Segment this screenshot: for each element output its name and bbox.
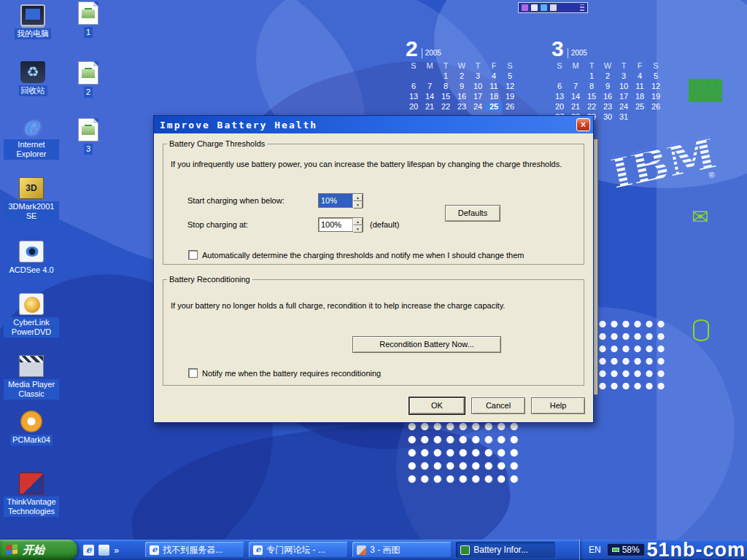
task-button-server-not-found[interactable]: e 找不到服务器...: [145, 542, 244, 558]
calendar-day: 18: [632, 92, 648, 101]
icon-label: Internet Explorer: [4, 139, 59, 160]
calendar-day: 24: [470, 102, 486, 112]
calendar-day: 1: [584, 71, 600, 81]
spin-down-icon[interactable]: ▼: [353, 201, 363, 209]
desktop-icon-jpg-2[interactable]: 2: [60, 61, 117, 98]
stop-threshold-spinner[interactable]: ▲ ▼: [352, 218, 363, 231]
start-charging-label: Start charging when below:: [187, 196, 285, 205]
help-button[interactable]: Help: [531, 397, 585, 414]
cancel-button[interactable]: Cancel: [471, 397, 525, 414]
desktop-icon-pcmark04[interactable]: PCMark04: [3, 411, 60, 446]
battery-tray-indicator[interactable]: 58%: [607, 543, 645, 556]
battery-reconditioning-group: Battery Reconditioning If your battery n…: [163, 275, 584, 386]
start-threshold-input[interactable]: 10% ▲ ▼: [318, 193, 363, 208]
task-button-battery-information[interactable]: Battery Infor...: [456, 542, 555, 558]
desktop: IBM ® ✉ 22005SMTWTFS12345678910111213141…: [0, 0, 747, 560]
spin-up-icon[interactable]: ▲: [353, 218, 363, 225]
calendar-february: 22005SMTWTFS1234567891011121314151617181…: [406, 39, 518, 112]
calendar-day: 26: [648, 102, 664, 112]
desktop-icon-acdsee[interactable]: ACDSee 4.0: [3, 241, 60, 276]
calendar-weekday: W: [600, 61, 616, 71]
calendar-day: 13: [406, 92, 422, 101]
recycle-bin-icon: ♻: [20, 61, 45, 83]
calendar-day: 23: [600, 102, 616, 112]
calendar-month: 2: [406, 39, 418, 58]
calendar-day: 20: [551, 102, 568, 112]
wallpaper-grid-icon: [689, 79, 722, 102]
icon-label: CyberLink PowerDVD: [4, 317, 59, 338]
task-button-forum[interactable]: e 专门网论坛 - ...: [249, 542, 348, 558]
quick-launch-ie-icon[interactable]: e: [83, 545, 94, 556]
task-label: 找不到服务器...: [163, 544, 222, 556]
calendar-day: 2: [600, 71, 616, 81]
calendar-day: 5: [648, 71, 664, 81]
calendar-day: 14: [422, 92, 438, 101]
icon-label: PCMark04: [10, 435, 53, 446]
thresholds-description: If you infrequently use battery power, y…: [171, 160, 576, 168]
spin-up-icon[interactable]: ▲: [353, 194, 363, 201]
calendar-day: 2: [454, 71, 470, 81]
taskbar-tasks: e 找不到服务器... e 专门网论坛 - ... 3 - 画图 Battery…: [125, 540, 555, 560]
battery-percentage: 58%: [622, 545, 640, 555]
ok-button[interactable]: OK: [409, 397, 465, 414]
calendar-day: 6: [406, 82, 422, 91]
calendar-weekday: T: [438, 61, 454, 71]
icon-label: 1: [84, 27, 93, 38]
group-legend: Battery Charge Thresholds: [167, 139, 267, 148]
start-threshold-spinner[interactable]: ▲ ▼: [352, 194, 363, 207]
desktop-icon-powerdvd[interactable]: CyberLink PowerDVD: [3, 293, 60, 338]
desktop-icon-thinkvantage[interactable]: ThinkVantage Technologies: [3, 472, 60, 517]
language-bar-grip[interactable]: [580, 4, 584, 11]
task-button-paint[interactable]: 3 - 画图: [352, 542, 452, 558]
desktop-icon-jpg-1[interactable]: 1: [60, 1, 117, 38]
stop-threshold-input[interactable]: 100% ▲ ▼: [318, 217, 363, 232]
calendar-weekday: S: [502, 61, 518, 71]
notify-reconditioning-checkbox[interactable]: [188, 368, 198, 378]
desktop-icon-internet-explorer[interactable]: e Internet Explorer: [3, 115, 60, 160]
language-bar-pen-icon[interactable]: [531, 4, 538, 11]
quick-launch-show-desktop-icon[interactable]: [98, 545, 109, 556]
icon-label: ACDSee 4.0: [7, 265, 55, 276]
defaults-button[interactable]: Defaults: [445, 205, 500, 222]
wallpaper-dots-pattern: [597, 318, 668, 392]
start-button[interactable]: 开始: [0, 540, 77, 560]
calendar-day: [551, 71, 568, 81]
icon-label: 3: [84, 144, 93, 155]
language-bar[interactable]: [518, 2, 588, 13]
ibm-logo: IBM ®: [604, 121, 732, 213]
calendar-day: 21: [422, 102, 438, 112]
desktop-icon-3dmark2001[interactable]: 3D 3DMark2001 SE: [3, 177, 60, 222]
internet-explorer-icon: e: [19, 115, 44, 137]
language-bar-keyboard-icon[interactable]: [541, 4, 547, 11]
media-player-classic-icon: [19, 355, 44, 377]
stop-charging-label: Stop charging at:: [187, 220, 248, 229]
close-icon[interactable]: ×: [576, 118, 590, 131]
stop-threshold-value: 100%: [319, 218, 352, 231]
calendar-weekday: T: [584, 61, 600, 71]
calendar-weekday: T: [470, 61, 486, 71]
powerdvd-icon: [19, 293, 44, 315]
language-bar-input-icon[interactable]: [522, 4, 528, 11]
desktop-icon-my-computer[interactable]: 我的电脑: [4, 4, 61, 39]
desktop-icon-media-player-classic[interactable]: Media Player Classic: [3, 355, 60, 400]
desktop-icon-jpg-3[interactable]: 3: [60, 118, 117, 155]
quick-launch-overflow-icon[interactable]: »: [114, 545, 119, 556]
calendar-day: 16: [454, 92, 470, 101]
auto-determine-checkbox[interactable]: [188, 250, 198, 260]
wallpaper-dots-pattern: [406, 420, 521, 487]
spin-down-icon[interactable]: ▼: [353, 225, 363, 233]
wallpaper-shape: [122, 405, 520, 560]
recondition-battery-button[interactable]: Recondition Battery Now...: [352, 336, 501, 353]
language-bar-options-icon[interactable]: [550, 4, 557, 11]
calendar-weekday: M: [568, 61, 584, 71]
dialog-titlebar[interactable]: Improve Battery Health ×: [154, 116, 593, 133]
desktop-icon-recycle-bin[interactable]: ♻ 回收站: [4, 61, 61, 96]
thinkvantage-icon: [19, 472, 44, 494]
language-indicator[interactable]: EN: [589, 545, 601, 555]
calendar-day: 15: [584, 92, 600, 101]
calendar-day: 14: [568, 92, 584, 101]
icon-label: 我的电脑: [15, 28, 51, 39]
calendar-day: 9: [454, 82, 470, 91]
calendar-day: 25: [486, 102, 502, 112]
task-label: 3 - 画图: [370, 544, 400, 556]
